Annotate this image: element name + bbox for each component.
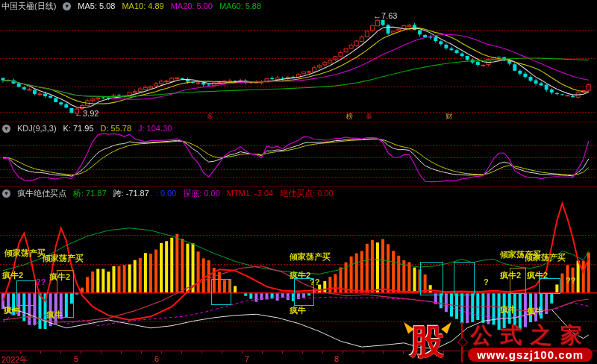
signal-box (294, 278, 314, 306)
mini-watermark-char: 泰 (366, 113, 372, 120)
axis-month-label[interactable]: 5 (74, 354, 78, 363)
signal-box (420, 262, 443, 295)
low-price-label: ←3.92 (75, 109, 99, 118)
indicator-tandi-value: 探底:0.00 (183, 189, 219, 198)
indicator-signal-label: ?? (36, 277, 46, 286)
signal-box (16, 280, 36, 306)
ma20-value: MA20:5.00 (171, 1, 213, 10)
watermark-logo-char: 股 (410, 323, 444, 362)
chevron-down-icon[interactable]: ▾ (2, 125, 10, 133)
watermark: 股 公式之家 www.gszj100.com (402, 321, 593, 363)
kdj-indicator-name: KDJ(9,3,3) (17, 124, 57, 133)
indicator-name: 疯牛绝佳买点 (17, 189, 66, 198)
bull-logo-icon: 股 (402, 321, 456, 363)
indicator-signal-label: 倾家荡产买 (4, 248, 46, 259)
indicator-signal-label: 疯牛 (290, 305, 306, 316)
signal-box (454, 262, 475, 295)
symbol-title: 中国天楹(日线) (1, 1, 56, 10)
indicator-signal-label: 疯牛 (527, 306, 543, 317)
signal-box (510, 268, 526, 294)
ma5-value: MA5:5.08 (78, 1, 115, 10)
indicator-signal-label: 倾家荡产买 (43, 253, 84, 264)
signal-box (211, 279, 231, 305)
indicator-blue-value: :0.00 (156, 189, 176, 198)
axis-year-label: 2022年 (1, 354, 28, 364)
kdj-d-value: D:55.78 (101, 124, 132, 133)
main-chart-header: 中国天楹(日线) ▾ MA5:5.08 MA10:4.89 MA20:5.00 … (1, 1, 261, 10)
indicator-qiao-value: 桥:71.87 (73, 189, 107, 198)
indicator-kua-value: 跨:-71.87 (113, 189, 149, 198)
indicator-signal-label: ? (484, 277, 489, 286)
axis-month-label[interactable]: 8 (334, 354, 339, 363)
custom-indicator-header: ▾ 疯牛绝佳买点 桥:71.87 跨:-71.87 :0.00 探底:0.00 … (2, 189, 334, 198)
ma60-value: MA60:5.88 (219, 1, 261, 10)
indicator-mtm1-value: MTM1:-3.04 (227, 189, 273, 198)
signal-box (539, 278, 560, 294)
kdj-header: ▾ KDJ(9,3,3) K:71.95 D:55.78 J:104.30 (2, 124, 172, 133)
ma10-value: MA10:4.89 (122, 1, 163, 10)
indicator-signal-label: 疯牛 (500, 304, 516, 316)
signal-box (57, 270, 74, 318)
indicator-signal-label: 倾家荡产买 (525, 252, 566, 263)
annotation-layer: 倾家荡产买倾家荡产买疯牛2疯牛2??疯牛疯牛倾家荡产买疯牛2??疯牛倾家荡产买倾… (0, 0, 597, 364)
mini-watermark-char: 多 (207, 113, 213, 120)
axis-month-label[interactable]: 6 (154, 354, 159, 363)
mini-watermark-char: 榜 (346, 113, 353, 120)
watermark-divider (461, 322, 463, 363)
watermark-url: www.gszj100.com (468, 348, 593, 362)
indicator-signal-label: 疯牛 (4, 305, 20, 316)
mini-watermark-char: 财 (446, 113, 452, 120)
high-price-label: ←7.63 (373, 11, 397, 20)
axis-month-label[interactable]: 7 (245, 354, 249, 363)
indicator-signal-label: ?? (566, 276, 575, 285)
indicator-buypoint-value: 绝佳买点:0.00 (280, 189, 333, 198)
stock-app-window: 中国天楹(日线) ▾ MA5:5.08 MA10:4.89 MA20:5.00 … (0, 0, 597, 364)
diamond-icon (457, 337, 468, 348)
chevron-down-icon[interactable]: ▾ (2, 189, 10, 198)
indicator-signal-label: 倾家荡产买 (290, 251, 331, 263)
chevron-down-icon[interactable]: ▾ (63, 2, 71, 10)
watermark-brand: 公式之家 (471, 324, 590, 346)
kdj-j-value: J:104.30 (138, 124, 172, 133)
kdj-k-value: K:71.95 (63, 124, 94, 133)
indicator-signal-label: 疯牛2 (2, 270, 23, 281)
